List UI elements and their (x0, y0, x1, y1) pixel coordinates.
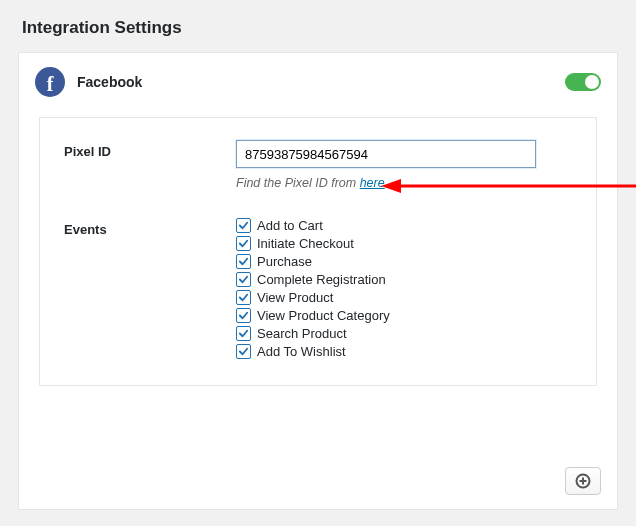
event-item: Complete Registration (236, 272, 572, 287)
event-label: Complete Registration (257, 272, 386, 287)
event-label: View Product (257, 290, 333, 305)
event-checkbox[interactable] (236, 326, 251, 341)
events-list: Add to CartInitiate CheckoutPurchaseComp… (236, 218, 572, 359)
check-icon (238, 256, 249, 267)
check-icon (238, 328, 249, 339)
pixel-id-input[interactable] (236, 140, 536, 168)
event-checkbox[interactable] (236, 344, 251, 359)
integration-card: f Facebook Pixel ID Find the Pixel ID fr… (18, 52, 618, 510)
events-label: Events (64, 218, 236, 237)
check-icon (238, 220, 249, 231)
event-checkbox[interactable] (236, 218, 251, 233)
event-checkbox[interactable] (236, 308, 251, 323)
add-integration-button[interactable] (565, 467, 601, 495)
pixel-id-hint: Find the Pixel ID from here. (236, 176, 572, 190)
event-label: Add To Wishlist (257, 344, 346, 359)
event-item: Search Product (236, 326, 572, 341)
check-icon (238, 310, 249, 321)
page-title: Integration Settings (22, 18, 618, 38)
event-item: Initiate Checkout (236, 236, 572, 251)
integration-toggle[interactable] (565, 73, 601, 91)
event-item: Add To Wishlist (236, 344, 572, 359)
event-checkbox[interactable] (236, 272, 251, 287)
facebook-icon: f (35, 67, 65, 97)
event-label: Initiate Checkout (257, 236, 354, 251)
pixel-id-label: Pixel ID (64, 140, 236, 159)
event-label: Purchase (257, 254, 312, 269)
event-label: View Product Category (257, 308, 390, 323)
event-item: View Product (236, 290, 572, 305)
event-checkbox[interactable] (236, 254, 251, 269)
event-label: Add to Cart (257, 218, 323, 233)
pixel-id-hint-link[interactable]: here (360, 176, 385, 190)
event-label: Search Product (257, 326, 347, 341)
check-icon (238, 292, 249, 303)
event-checkbox[interactable] (236, 236, 251, 251)
integration-name: Facebook (77, 74, 142, 90)
event-checkbox[interactable] (236, 290, 251, 305)
card-header: f Facebook (35, 67, 601, 97)
event-item: Purchase (236, 254, 572, 269)
plus-circle-icon (575, 473, 591, 489)
event-item: View Product Category (236, 308, 572, 323)
settings-panel: Pixel ID Find the Pixel ID from here. Ev… (39, 117, 597, 386)
check-icon (238, 274, 249, 285)
check-icon (238, 346, 249, 357)
check-icon (238, 238, 249, 249)
event-item: Add to Cart (236, 218, 572, 233)
